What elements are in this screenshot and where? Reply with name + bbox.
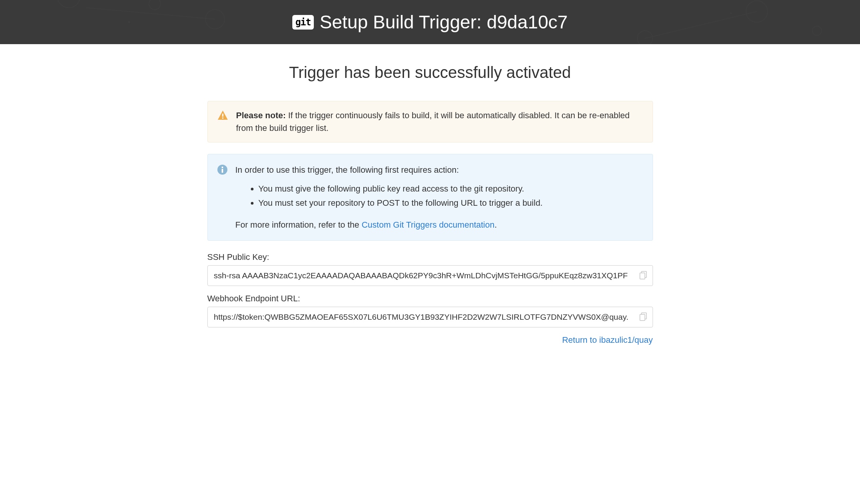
ssh-key-input[interactable] xyxy=(208,266,634,286)
return-link-wrapper: Return to ibazulic1/quay xyxy=(207,335,653,345)
svg-point-7 xyxy=(812,26,822,35)
svg-rect-12 xyxy=(222,169,223,173)
info-alert: In order to use this trigger, the follow… xyxy=(207,154,653,241)
info-list-item: You must set your repository to POST to … xyxy=(258,197,543,209)
webhook-label: Webhook Endpoint URL: xyxy=(207,294,653,304)
webhook-input[interactable] xyxy=(208,307,634,327)
return-link[interactable]: Return to ibazulic1/quay xyxy=(562,335,653,345)
copy-ssh-key-button[interactable] xyxy=(634,267,653,284)
git-badge-icon: git xyxy=(292,15,314,30)
return-link-prefix: Return to xyxy=(562,335,599,345)
info-footer: For more information, refer to the Custo… xyxy=(235,218,543,231)
info-footer-prefix: For more information, refer to the xyxy=(235,220,362,230)
copy-icon xyxy=(640,271,647,279)
warning-label: Please note: xyxy=(236,111,286,120)
info-list-item: You must give the following public key r… xyxy=(258,182,543,195)
webhook-input-wrapper xyxy=(207,307,653,327)
info-footer-suffix: . xyxy=(494,220,497,230)
info-intro: In order to use this trigger, the follow… xyxy=(235,164,543,176)
success-heading: Trigger has been successfully activated xyxy=(207,63,653,82)
svg-rect-16 xyxy=(640,314,645,321)
ssh-key-input-wrapper xyxy=(207,265,653,286)
info-content: In order to use this trigger, the follow… xyxy=(235,164,543,231)
main-content: Trigger has been successfully activated … xyxy=(200,44,661,357)
page-header: git Setup Build Trigger: d9da10c7 xyxy=(0,0,860,44)
page-title: Setup Build Trigger: d9da10c7 xyxy=(320,12,568,33)
warning-icon xyxy=(217,110,229,122)
warning-text: Please note: If the trigger continuously… xyxy=(236,109,643,134)
svg-rect-8 xyxy=(222,114,223,117)
copy-icon xyxy=(640,312,647,321)
svg-point-1 xyxy=(149,0,161,10)
webhook-field-group: Webhook Endpoint URL: xyxy=(207,294,653,327)
svg-rect-14 xyxy=(640,273,645,279)
svg-rect-11 xyxy=(222,167,223,168)
svg-line-3 xyxy=(86,8,215,19)
svg-point-0 xyxy=(57,0,80,8)
svg-rect-9 xyxy=(222,117,223,119)
return-link-repo: ibazulic1/quay xyxy=(599,335,653,345)
info-icon xyxy=(217,164,228,177)
warning-body: If the trigger continuously fails to bui… xyxy=(236,111,630,133)
svg-line-6 xyxy=(645,12,757,38)
ssh-key-label: SSH Public Key: xyxy=(207,252,653,262)
warning-alert: Please note: If the trigger continuously… xyxy=(207,101,653,142)
docs-link[interactable]: Custom Git Triggers documentation xyxy=(361,220,494,230)
info-list: You must give the following public key r… xyxy=(235,182,543,209)
ssh-key-field-group: SSH Public Key: xyxy=(207,252,653,286)
copy-webhook-button[interactable] xyxy=(634,309,653,326)
